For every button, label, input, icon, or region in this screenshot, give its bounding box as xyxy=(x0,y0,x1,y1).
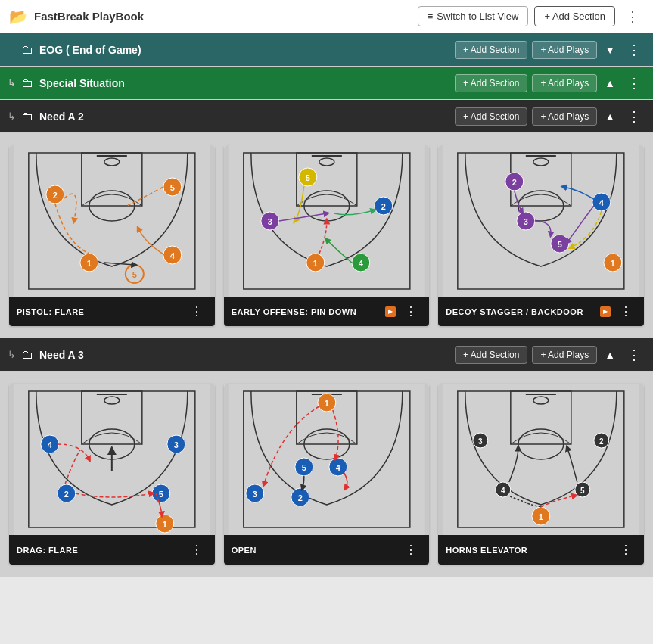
play-thumbnail-decoy-stagger: 2 3 4 5 1 xyxy=(438,145,644,297)
folder-icon-special: 🗀 xyxy=(21,76,33,90)
add-plays-need3-button[interactable]: + Add Plays xyxy=(532,346,597,364)
play-card-open[interactable]: 1 5 4 2 3 xyxy=(224,384,430,565)
play-card-decoy-stagger[interactable]: 2 3 4 5 1 xyxy=(438,145,644,326)
folder-icon-need3: 🗀 xyxy=(21,348,33,362)
section-title-special: Special Situation xyxy=(39,77,455,89)
chevron-need3-button[interactable]: ▲ xyxy=(602,347,618,362)
app-branding: 📂 FastBreak PlayBook xyxy=(9,8,144,26)
play-footer-icons-5: ⋮ xyxy=(400,541,421,558)
add-section-need3-button[interactable]: + Add Section xyxy=(455,346,527,364)
section-row-need3: ↳ 🗀 Need A 3 + Add Section + Add Plays ▲… xyxy=(0,338,653,372)
play-card-horns-elevator[interactable]: 3 2 4 5 1 xyxy=(438,384,644,565)
section-row-eog: 🗀 EOG ( End of Game) + Add Section + Add… xyxy=(0,33,653,67)
plays-area-need2: 2 5 1 4 5 xyxy=(0,133,653,338)
plays-grid-need3: 4 3 2 5 1 xyxy=(9,384,644,565)
svg-text:1: 1 xyxy=(611,259,615,268)
svg-text:5: 5 xyxy=(580,487,585,495)
play-thumbnail-open: 1 5 4 2 3 xyxy=(224,384,430,535)
svg-text:3: 3 xyxy=(267,217,272,226)
plays-area-need3: 4 3 2 5 1 xyxy=(0,372,653,577)
play-kebab-pistol-flare[interactable]: ⋮ xyxy=(186,303,207,320)
svg-text:2: 2 xyxy=(53,191,58,200)
add-section-eog-button[interactable]: + Add Section xyxy=(455,41,527,59)
svg-text:5: 5 xyxy=(132,270,137,279)
section-actions-need3: + Add Section + Add Plays ▲ ⋮ xyxy=(455,345,645,365)
kebab-eog-button[interactable]: ⋮ xyxy=(623,40,645,60)
play-card-pin-down[interactable]: 5 2 3 4 1 xyxy=(224,145,430,326)
kebab-need3-button[interactable]: ⋮ xyxy=(623,345,645,365)
svg-text:1: 1 xyxy=(324,399,328,408)
svg-text:4: 4 xyxy=(48,440,53,450)
svg-text:2: 2 xyxy=(599,437,604,446)
svg-text:4: 4 xyxy=(358,259,363,268)
svg-text:1: 1 xyxy=(539,512,543,521)
svg-text:1: 1 xyxy=(313,259,317,268)
play-footer-drag-flare: DRAG: FLARE ⋮ xyxy=(9,535,215,565)
folder-icon-need2: 🗀 xyxy=(21,110,33,123)
svg-text:5: 5 xyxy=(170,183,175,192)
play-footer-icons-1: ⋮ xyxy=(186,303,207,320)
add-plays-need2-button[interactable]: + Add Plays xyxy=(532,107,597,126)
play-footer-icons-6: ⋮ xyxy=(615,541,636,558)
svg-text:2: 2 xyxy=(381,202,385,211)
svg-text:1: 1 xyxy=(163,520,167,529)
svg-text:3: 3 xyxy=(174,440,179,450)
play-footer-horns-elevator: HORNS ELEVATOR ⋮ xyxy=(438,535,644,565)
play-name-open: OPEN xyxy=(232,546,257,555)
svg-text:5: 5 xyxy=(159,490,163,499)
arrow-indent-need3: ↳ xyxy=(8,349,16,360)
arrow-indent-special: ↳ xyxy=(8,77,16,89)
add-plays-eog-button[interactable]: + Add Plays xyxy=(532,41,597,59)
section-row-need2: ↳ 🗀 Need A 2 + Add Section + Add Plays ▲… xyxy=(0,100,653,133)
arrow-indent-need2: ↳ xyxy=(8,110,16,122)
play-name-pin-down: EARLY OFFENSE: PIN DOWN xyxy=(232,307,357,316)
play-thumbnail-pin-down: 5 2 3 4 1 xyxy=(224,145,430,297)
chevron-need2-button[interactable]: ▲ xyxy=(602,109,618,124)
play-thumbnail-pistol-flare: 2 5 1 4 5 xyxy=(9,145,215,297)
play-card-pistol-flare[interactable]: 2 5 1 4 5 xyxy=(9,145,215,326)
top-bar-actions: ≡ Switch to List View + Add Section ⋮ xyxy=(418,6,644,26)
video-badge-pin-down: ▶ xyxy=(385,306,396,317)
chevron-eog-button[interactable]: ▼ xyxy=(602,42,618,58)
play-thumbnail-horns-elevator: 3 2 4 5 1 xyxy=(438,384,644,535)
play-kebab-pin-down[interactable]: ⋮ xyxy=(400,303,421,320)
kebab-special-button[interactable]: ⋮ xyxy=(623,73,645,93)
svg-text:5: 5 xyxy=(305,173,309,182)
play-name-decoy-stagger: DECOY STAGGER / BACKDOOR xyxy=(446,307,583,316)
play-name-horns-elevator: HORNS ELEVATOR xyxy=(446,546,527,555)
add-section-special-button[interactable]: + Add Section xyxy=(455,74,527,92)
play-card-drag-flare[interactable]: 4 3 2 5 1 xyxy=(9,384,215,565)
section-title-need2: Need A 2 xyxy=(39,110,455,123)
play-kebab-open[interactable]: ⋮ xyxy=(400,541,421,558)
indent-special: ↳ xyxy=(8,77,21,89)
play-footer-open: OPEN ⋮ xyxy=(224,535,430,565)
section-actions-eog: + Add Section + Add Plays ▼ ⋮ xyxy=(455,40,645,60)
plays-grid-need2: 2 5 1 4 5 xyxy=(9,145,644,326)
app-title: FastBreak PlayBook xyxy=(34,10,144,23)
section-title-need3: Need A 3 xyxy=(39,349,455,361)
play-footer-pin-down: EARLY OFFENSE: PIN DOWN ▶ ⋮ xyxy=(224,297,430,326)
list-view-button[interactable]: ≡ Switch to List View xyxy=(418,6,529,26)
play-footer-icons-3: ▶ ⋮ xyxy=(600,303,636,320)
play-kebab-decoy-stagger[interactable]: ⋮ xyxy=(615,303,636,320)
play-footer-icons-2: ▶ ⋮ xyxy=(385,303,421,320)
svg-text:4: 4 xyxy=(335,463,340,472)
section-actions-special: + Add Section + Add Plays ▲ ⋮ xyxy=(455,73,645,93)
add-section-top-button[interactable]: + Add Section xyxy=(534,6,615,26)
svg-text:4: 4 xyxy=(501,487,505,495)
section-row-special: ↳ 🗀 Special Situation + Add Section + Ad… xyxy=(0,67,653,100)
logo-icon: 📂 xyxy=(9,8,28,26)
add-section-need2-button[interactable]: + Add Section xyxy=(455,107,527,126)
play-name-drag-flare: DRAG: FLARE xyxy=(17,546,78,555)
chevron-special-button[interactable]: ▲ xyxy=(602,76,618,91)
top-kebab-button[interactable]: ⋮ xyxy=(621,7,644,26)
play-kebab-horns-elevator[interactable]: ⋮ xyxy=(615,541,636,558)
play-footer-pistol-flare: PISTOL: FLARE ⋮ xyxy=(9,297,215,326)
svg-text:5: 5 xyxy=(301,463,306,472)
kebab-need2-button[interactable]: ⋮ xyxy=(623,107,645,126)
play-kebab-drag-flare[interactable]: ⋮ xyxy=(186,541,207,558)
add-plays-special-button[interactable]: + Add Plays xyxy=(532,74,597,92)
svg-text:3: 3 xyxy=(524,217,528,226)
section-title-eog: EOG ( End of Game) xyxy=(39,44,455,56)
svg-text:2: 2 xyxy=(297,493,302,502)
